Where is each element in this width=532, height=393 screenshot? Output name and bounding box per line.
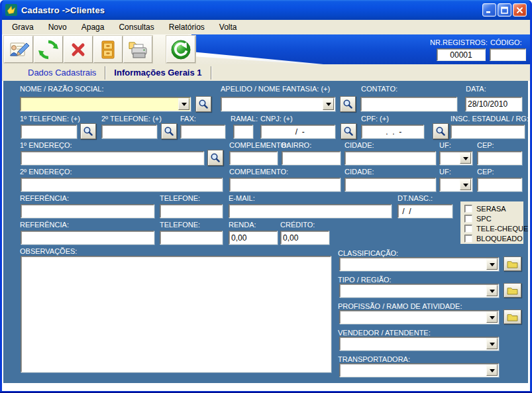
nr-registros-field[interactable] — [437, 48, 486, 61]
ramal-field[interactable] — [233, 125, 253, 139]
chevron-down-icon[interactable] — [486, 311, 498, 323]
toolbar-refresh-button[interactable] — [34, 36, 63, 63]
complemento2-field[interactable] — [229, 178, 341, 192]
menu-item-grava[interactable]: Grava — [5, 21, 41, 33]
observacoes-label: OBSERVAÇÕES: — [20, 247, 77, 255]
vendedor-label: VENDEDOR / ATENDENTE: — [338, 329, 431, 337]
classificacao-combobox[interactable] — [339, 257, 499, 271]
toolbar-back-button[interactable] — [166, 36, 195, 63]
cep1-field[interactable] — [477, 151, 522, 165]
chevron-down-icon[interactable] — [486, 258, 498, 270]
dtnasc-field[interactable] — [398, 204, 452, 218]
profissao-label: PROFISSÃO / RAMO DE ATIVIDADE: — [338, 302, 462, 310]
complemento1-field[interactable] — [229, 151, 278, 165]
credito-field[interactable] — [280, 231, 329, 245]
insc-field[interactable] — [451, 125, 525, 139]
chevron-down-icon[interactable] — [460, 179, 471, 190]
chevron-down-icon[interactable] — [460, 152, 471, 164]
tel2-search-button[interactable] — [161, 123, 177, 139]
classificacao-folder-button[interactable] — [504, 256, 521, 271]
telefone2-label: TELEFONE: — [160, 221, 200, 229]
menu-item-novo[interactable]: Novo — [41, 21, 74, 33]
tab-informacoes-gerais-1[interactable]: Informações Gerais 1 — [105, 66, 211, 80]
fax-field[interactable] — [180, 125, 225, 139]
print-icon — [127, 39, 148, 60]
chevron-down-icon[interactable] — [323, 98, 334, 110]
chevron-down-icon[interactable] — [486, 338, 498, 349]
search-icon — [435, 126, 446, 137]
telefone2-field[interactable] — [160, 231, 223, 245]
uf1-combobox[interactable] — [439, 151, 472, 165]
tel1-field[interactable] — [21, 125, 77, 139]
telefone1-field[interactable] — [160, 204, 223, 218]
end1-search-button[interactable] — [207, 150, 223, 166]
profissao-folder-button[interactable] — [504, 309, 521, 324]
vendedor-combobox[interactable] — [339, 337, 499, 351]
referencia1-field[interactable] — [21, 204, 154, 218]
refresh-recycle-icon — [38, 39, 59, 60]
tipo-regiao-combobox[interactable] — [339, 284, 499, 298]
profissao-combobox[interactable] — [339, 310, 499, 324]
flag-serasa-row: SERASA — [464, 204, 523, 213]
toolbar-delete-button[interactable] — [64, 36, 93, 63]
spc-checkbox[interactable] — [464, 215, 472, 223]
insc-label: INSC. ESTADUAL / RG: — [451, 115, 529, 123]
tel1-search-button[interactable] — [80, 123, 96, 139]
observacoes-textarea[interactable] — [21, 256, 331, 372]
toolbar-edit-button[interactable] — [4, 36, 33, 63]
tipo-regiao-label: TIPO / REGIÃO: — [338, 276, 392, 284]
toolbar-print-button[interactable] — [123, 36, 152, 63]
minimize-button[interactable] — [482, 3, 496, 17]
tele-cheque-label: TELE-CHEQUE — [476, 225, 528, 233]
cidade1-field[interactable] — [345, 151, 436, 165]
email-field[interactable] — [229, 204, 392, 218]
renda-field[interactable] — [229, 231, 278, 245]
close-icon — [516, 7, 523, 14]
nome-label: NOME / RAZÃO SOCIAL: — [20, 85, 104, 93]
chevron-down-icon[interactable] — [486, 365, 498, 376]
menu-item-apaga[interactable]: Apaga — [74, 21, 112, 33]
transportadora-combobox[interactable] — [339, 363, 499, 377]
app-icon — [5, 4, 17, 16]
menu-item-volta[interactable]: Volta — [212, 21, 244, 33]
bloqueado-checkbox[interactable] — [464, 235, 472, 243]
search-icon — [343, 126, 354, 137]
cep2-field[interactable] — [477, 178, 522, 192]
end2-field[interactable] — [21, 178, 223, 192]
bairro-field[interactable] — [282, 151, 341, 165]
cnpj-field[interactable] — [260, 125, 335, 139]
tipo-regiao-folder-button[interactable] — [504, 283, 521, 298]
referencia2-field[interactable] — [21, 231, 154, 245]
cpf-search-button[interactable] — [433, 123, 449, 139]
toolbar: NR.REGISTROS: CÓDIGO: — [2, 34, 530, 64]
nome-combobox[interactable] — [20, 97, 191, 111]
chevron-down-icon[interactable] — [486, 285, 498, 296]
dtnasc-label: DT.NASC.: — [398, 194, 433, 202]
contato-label: CONTATO: — [361, 85, 398, 93]
apelido-combobox[interactable] — [221, 97, 335, 111]
flag-bloqueado-row: BLOQUEADO — [464, 234, 523, 243]
contato-field[interactable] — [360, 97, 457, 111]
end1-field[interactable] — [21, 151, 204, 165]
serasa-checkbox[interactable] — [464, 205, 472, 213]
tel2-field[interactable] — [101, 125, 157, 139]
tab-dados-cadastrais[interactable]: Dados Cadastrais — [19, 66, 105, 80]
chevron-down-icon[interactable] — [178, 98, 189, 110]
cpf-field[interactable] — [361, 125, 424, 139]
ramal-label: RAMAL: — [231, 115, 258, 123]
apelido-search-button[interactable] — [340, 96, 356, 112]
toolbar-archive-button[interactable] — [93, 36, 123, 63]
nr-registros-label: NR.REGISTROS: — [430, 38, 488, 46]
close-button[interactable] — [513, 3, 527, 17]
menu-item-relatorios[interactable]: Relatórios — [162, 21, 212, 33]
nome-search-button[interactable] — [195, 96, 211, 112]
uf2-combobox[interactable] — [439, 178, 472, 192]
data-field[interactable] — [465, 97, 522, 111]
maximize-button[interactable] — [498, 3, 511, 17]
uf1-label: UF: — [439, 141, 451, 149]
tele-cheque-checkbox[interactable] — [464, 225, 472, 233]
cidade2-field[interactable] — [345, 178, 436, 192]
menu-item-consultas[interactable]: Consultas — [111, 21, 161, 33]
cnpj-search-button[interactable] — [341, 123, 356, 139]
codigo-field[interactable] — [490, 48, 526, 61]
